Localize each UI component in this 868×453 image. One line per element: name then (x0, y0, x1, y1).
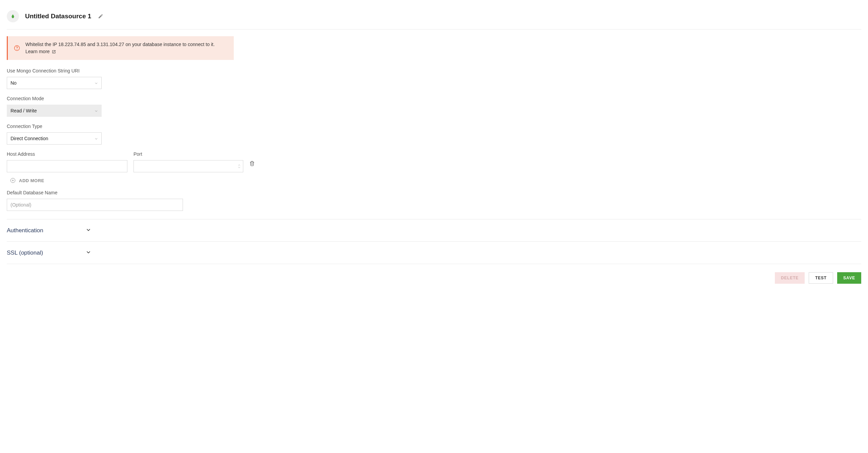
chevron-down-icon (85, 249, 91, 256)
delete-host-button[interactable] (249, 161, 255, 166)
mongo-leaf-icon (11, 14, 15, 19)
mongo-uri-label: Use Mongo Connection String URI (7, 68, 251, 73)
mongo-uri-value: No (7, 77, 102, 89)
ssl-title: SSL (optional) (7, 250, 43, 256)
authentication-section-toggle[interactable]: Authentication (7, 219, 861, 242)
chevron-down-icon (238, 167, 241, 168)
page-header: Untitled Datasource 1 (7, 7, 861, 29)
connection-mode-value: Read / Write (7, 105, 102, 117)
connection-type-select[interactable]: Direct Connection (7, 132, 102, 145)
page-title: Untitled Datasource 1 (25, 13, 91, 20)
ssl-section-toggle[interactable]: SSL (optional) (7, 242, 861, 264)
learn-more-label: Learn more (25, 48, 50, 55)
chevron-up-icon (238, 165, 241, 166)
delete-button[interactable]: DELETE (775, 272, 805, 284)
question-icon (14, 45, 20, 51)
learn-more-link[interactable]: Learn more (25, 48, 56, 55)
footer-actions: DELETE TEST SAVE (7, 264, 861, 284)
connection-type-value: Direct Connection (7, 132, 102, 145)
external-link-icon (52, 50, 56, 54)
whitelist-callout: Whitelist the IP 18.223.74.85 and 3.131.… (7, 36, 234, 60)
mongo-uri-select[interactable]: No (7, 77, 102, 89)
save-button[interactable]: SAVE (837, 272, 861, 284)
test-button[interactable]: TEST (809, 272, 833, 284)
db-name-label: Default Database Name (7, 190, 251, 195)
connection-mode-select[interactable]: Read / Write (7, 105, 102, 117)
host-input[interactable] (7, 160, 127, 172)
svg-point-1 (17, 49, 17, 49)
authentication-title: Authentication (7, 227, 43, 234)
connection-type-label: Connection Type (7, 124, 251, 129)
db-name-input[interactable] (7, 199, 183, 211)
port-input[interactable] (133, 160, 243, 172)
edit-icon[interactable] (98, 14, 103, 19)
callout-message: Whitelist the IP 18.223.74.85 and 3.131.… (25, 42, 215, 47)
datasource-logo (7, 10, 19, 22)
trash-icon (249, 161, 255, 166)
add-more-button[interactable]: ADD MORE (10, 178, 44, 183)
plus-circle-icon (10, 178, 16, 183)
port-stepper[interactable] (238, 165, 241, 168)
port-label: Port (133, 151, 243, 157)
chevron-down-icon (85, 227, 91, 234)
host-label: Host Address (7, 151, 127, 157)
connection-mode-label: Connection Mode (7, 96, 251, 101)
add-more-label: ADD MORE (19, 178, 44, 183)
